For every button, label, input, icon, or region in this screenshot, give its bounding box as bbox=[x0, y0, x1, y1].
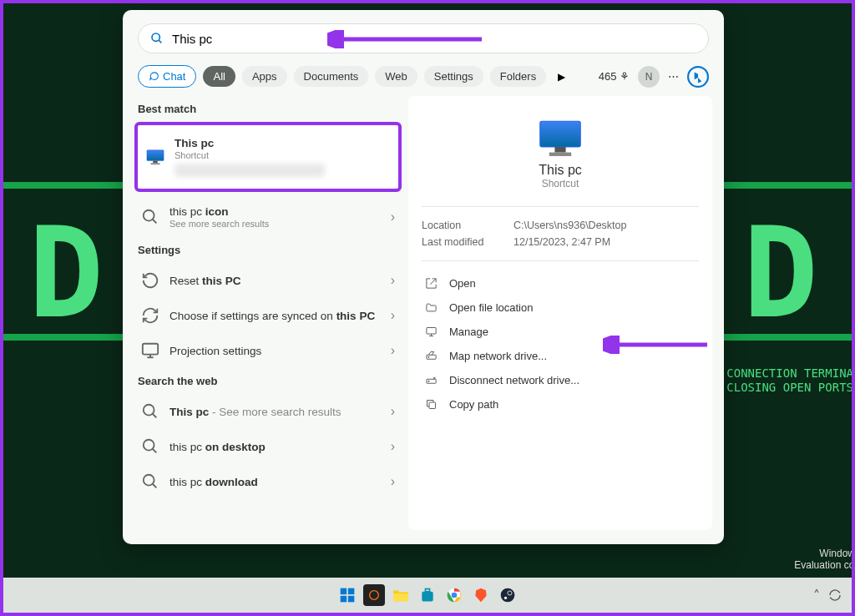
disconnect-icon bbox=[425, 374, 438, 386]
svg-rect-28 bbox=[341, 588, 347, 595]
svg-point-0 bbox=[152, 33, 159, 41]
tab-all[interactable]: All bbox=[203, 66, 235, 87]
chat-icon bbox=[149, 71, 159, 82]
section-settings: Settings bbox=[138, 244, 398, 256]
svg-rect-20 bbox=[549, 153, 571, 156]
svg-line-8 bbox=[153, 220, 157, 224]
chevron-right-icon: › bbox=[391, 439, 395, 454]
taskbar-store[interactable] bbox=[417, 584, 438, 606]
tab-settings[interactable]: Settings bbox=[424, 66, 483, 87]
action-open-loc[interactable]: Open file location bbox=[422, 295, 699, 320]
start-button[interactable] bbox=[336, 584, 358, 606]
svg-rect-6 bbox=[151, 163, 160, 164]
chevron-right-icon: › bbox=[391, 308, 395, 323]
svg-point-38 bbox=[501, 588, 515, 603]
svg-line-17 bbox=[153, 484, 157, 488]
meta-location-value: C:\Users\ns936\Desktop bbox=[514, 220, 626, 231]
tab-web[interactable]: Web bbox=[375, 66, 417, 87]
svg-rect-9 bbox=[143, 344, 158, 355]
rewards-points[interactable]: 465 ⚘ bbox=[599, 70, 630, 83]
bg-letter: D bbox=[743, 200, 818, 346]
bg-line2: CLOSING OPEN PORTS bbox=[726, 381, 853, 394]
user-avatar[interactable]: N bbox=[638, 66, 660, 88]
chevron-right-icon: › bbox=[391, 404, 395, 419]
result-reset-pc[interactable]: Reset this PC › bbox=[134, 263, 402, 298]
results-column: Best match This pc Shortcut this pc icon… bbox=[134, 96, 402, 530]
meta-location-label: Location bbox=[422, 220, 514, 231]
drive-icon bbox=[425, 350, 438, 362]
action-disconnect-drive[interactable]: Disconnect network drive... bbox=[422, 368, 699, 392]
taskbar: ˄ bbox=[3, 578, 852, 613]
manage-icon bbox=[425, 326, 438, 338]
preview-title: This pc bbox=[422, 163, 699, 178]
tab-documents[interactable]: Documents bbox=[294, 66, 369, 87]
result-item-icon[interactable]: this pc icon See more search results › bbox=[134, 197, 402, 237]
preview-subtitle: Shortcut bbox=[422, 178, 699, 189]
svg-point-16 bbox=[144, 475, 154, 486]
taskbar-chrome[interactable] bbox=[443, 584, 465, 606]
filter-tabs: Chat All Apps Documents Web Settings Fol… bbox=[123, 53, 724, 96]
monitor-icon-large bbox=[538, 119, 583, 156]
open-icon bbox=[425, 277, 438, 290]
svg-rect-21 bbox=[427, 328, 436, 335]
best-match-title: This pc bbox=[175, 137, 390, 149]
projection-icon bbox=[141, 341, 159, 360]
bing-icon[interactable] bbox=[687, 66, 709, 88]
bg-letter: D bbox=[28, 200, 104, 346]
taskbar-brave[interactable] bbox=[470, 584, 492, 606]
copy-icon bbox=[425, 398, 438, 411]
search-icon bbox=[141, 472, 159, 491]
meta-modified-label: Last modified bbox=[422, 236, 514, 248]
svg-point-25 bbox=[428, 381, 429, 381]
best-match-result[interactable]: This pc Shortcut bbox=[134, 122, 402, 192]
svg-rect-33 bbox=[393, 593, 408, 601]
svg-rect-35 bbox=[426, 589, 430, 592]
chevron-right-icon: › bbox=[391, 474, 395, 489]
tab-folders[interactable]: Folders bbox=[490, 66, 546, 87]
tab-apps[interactable]: Apps bbox=[242, 66, 287, 87]
reset-icon bbox=[141, 271, 159, 290]
svg-point-32 bbox=[370, 591, 379, 600]
monitor-icon bbox=[146, 149, 164, 165]
action-open[interactable]: Open bbox=[422, 271, 699, 295]
search-icon bbox=[141, 208, 159, 226]
taskbar-center bbox=[336, 584, 519, 606]
annotation-arrow bbox=[327, 30, 486, 48]
svg-rect-18 bbox=[540, 121, 580, 147]
web-result-3[interactable]: this pc download › bbox=[134, 464, 402, 499]
search-icon bbox=[141, 437, 159, 456]
taskbar-app-1[interactable] bbox=[363, 584, 385, 606]
tray-chevron-icon[interactable]: ˄ bbox=[813, 588, 820, 603]
action-copy-path[interactable]: Copy path bbox=[422, 392, 699, 417]
svg-rect-31 bbox=[348, 596, 355, 603]
bg-line1: CONNECTION TERMINA bbox=[726, 366, 853, 380]
svg-rect-4 bbox=[147, 150, 164, 161]
tray-sync-icon[interactable] bbox=[828, 588, 842, 602]
taskbar-right: ˄ bbox=[813, 588, 842, 603]
windows-watermark: Windows Evaluation cop bbox=[794, 548, 855, 571]
taskbar-explorer[interactable] bbox=[390, 584, 412, 606]
svg-rect-34 bbox=[422, 592, 433, 602]
search-icon bbox=[150, 32, 164, 45]
folder-icon bbox=[425, 301, 438, 314]
meta-modified-value: 12/15/2023, 2:47 PM bbox=[514, 236, 610, 248]
tab-chat[interactable]: Chat bbox=[138, 65, 196, 88]
svg-point-12 bbox=[144, 405, 154, 416]
chevron-right-icon: › bbox=[391, 273, 395, 288]
search-panel: Chat All Apps Documents Web Settings Fol… bbox=[123, 10, 724, 544]
more-icon[interactable]: ⋯ bbox=[668, 70, 679, 83]
preview-panel: This pc Shortcut LocationC:\Users\ns936\… bbox=[408, 96, 712, 530]
svg-rect-30 bbox=[341, 596, 347, 603]
svg-point-23 bbox=[428, 356, 429, 357]
result-sync-settings[interactable]: Choose if settings are synced on this PC… bbox=[134, 298, 402, 333]
annotation-arrow bbox=[603, 336, 711, 354]
svg-line-1 bbox=[159, 40, 161, 43]
taskbar-steam[interactable] bbox=[497, 584, 519, 606]
svg-point-37 bbox=[452, 593, 458, 598]
svg-point-7 bbox=[144, 210, 154, 221]
more-tabs-icon[interactable]: ▶ bbox=[558, 71, 565, 83]
result-projection[interactable]: Projection settings › bbox=[134, 333, 402, 368]
web-result-1[interactable]: This pc - See more search results › bbox=[134, 394, 402, 429]
svg-line-13 bbox=[153, 414, 157, 418]
web-result-2[interactable]: this pc on desktop › bbox=[134, 429, 402, 464]
